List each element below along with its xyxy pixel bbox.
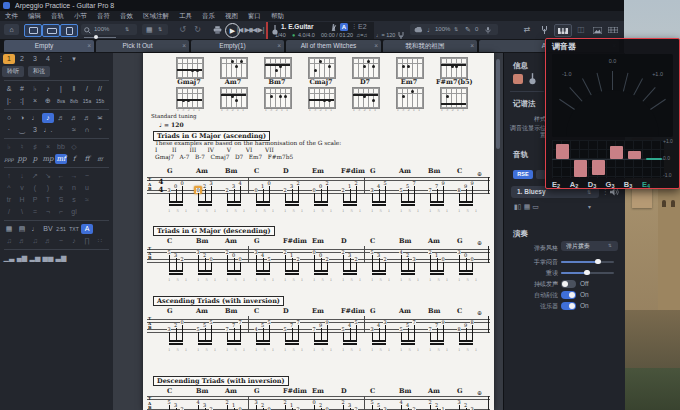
redo-button[interactable]: ↻ (191, 24, 204, 35)
palette-icon[interactable]: ‿ (16, 125, 28, 135)
tuning-fork-icon[interactable] (398, 32, 404, 39)
palette-icon[interactable]: S (55, 195, 67, 205)
palette-icon[interactable]: 2:51 (55, 224, 67, 234)
fret-number[interactable]: 3 (383, 407, 387, 410)
palette-icon[interactable]: ♪ (42, 84, 54, 94)
palette-icon[interactable]: ↗ (29, 171, 41, 181)
palette-icon[interactable]: ⋮ (55, 54, 67, 64)
slider-knob[interactable] (584, 270, 590, 276)
palette-icon[interactable]: s (68, 195, 80, 205)
mic-button[interactable]: 聆听 (2, 66, 24, 77)
fret-number[interactable]: 0 (267, 407, 271, 410)
palette-icon[interactable]: 2 (16, 54, 28, 64)
track-menu-dots[interactable]: ⋮ (351, 22, 357, 31)
palette-icon[interactable]: ↑ (3, 171, 15, 181)
palette-icon[interactable]: \ (16, 207, 28, 217)
string-label-G3[interactable]: G3 (602, 180, 618, 189)
fret-number[interactable]: 2 (209, 407, 213, 410)
string-label-E4[interactable]: E4 (638, 180, 654, 189)
menu-音乐[interactable]: 音乐 (197, 11, 220, 21)
menu-音效[interactable]: 音效 (115, 11, 138, 21)
string-label-A2[interactable]: A2 (566, 180, 582, 189)
menu-音轨[interactable]: 音轨 (46, 11, 69, 21)
palette-icon[interactable]: ▃▆ (55, 253, 67, 263)
palette-icon[interactable]: ) (42, 183, 54, 193)
palette-icon[interactable]: ♩ (29, 113, 41, 123)
transport-forward-button[interactable]: ▶▶ (243, 24, 256, 35)
palette-icon[interactable]: ◑ (16, 113, 28, 123)
fret-number[interactable]: 0 (238, 407, 242, 410)
palette-icon[interactable]: ∩ (81, 125, 93, 135)
palette-icon[interactable]: × (42, 142, 54, 152)
palette-icon[interactable]: pp (16, 154, 28, 164)
style-setting-label[interactable]: 样式 (504, 115, 546, 124)
palette-icon[interactable]: mf (55, 154, 67, 164)
palette-icon[interactable]: 15b (94, 96, 106, 106)
palette-icon[interactable]: ↘ (42, 171, 54, 181)
zoom-slider[interactable] (84, 37, 116, 38)
fret-number[interactable]: 1 (441, 407, 445, 410)
palette-icon[interactable] (55, 125, 67, 135)
toggle-弦乐器[interactable] (561, 302, 576, 310)
view-horizontal-button[interactable] (60, 24, 78, 37)
palette-icon[interactable]: ♬ (55, 113, 67, 123)
palette-icon[interactable]: :| (16, 96, 28, 106)
toggle-持续发声[interactable] (561, 280, 576, 288)
palette-icon[interactable]: ♫ (3, 236, 15, 246)
palette-icon[interactable]: ∷ (94, 236, 106, 246)
palette-icon[interactable]: × (29, 96, 41, 106)
play-style-select[interactable]: 弹片拨奏 ⇅ (561, 241, 618, 251)
palette-icon[interactable]: ♪ (42, 113, 54, 123)
palette-icon[interactable]: P (29, 195, 41, 205)
tempo-indicator[interactable]: ♩= 120 (376, 31, 395, 39)
track-instrument-icons[interactable]: ▮▯ ▦ ▭ (514, 203, 539, 211)
palette-icon[interactable]: ♬ (81, 113, 93, 123)
palette-icon[interactable]: ∏ (81, 236, 93, 246)
image-icon[interactable] (590, 24, 604, 35)
chord-button[interactable]: 和弦 (28, 66, 50, 77)
tab-我和我的祖国[interactable]: 我和我的祖国× (383, 40, 477, 52)
palette-icon[interactable]: ≈ (81, 195, 93, 205)
menu-区域注解[interactable]: 区域注解 (138, 11, 174, 21)
pencil-icon[interactable]: ✎ (465, 24, 471, 35)
tab-All of them Witches[interactable]: All of them Witches× (286, 40, 381, 52)
menu-小节[interactable]: 小节 (69, 11, 92, 21)
palette-icon[interactable]: ≍ (94, 113, 106, 123)
string-label-E2[interactable]: E2 (548, 180, 564, 189)
palette-icon[interactable]: ᵛ (94, 125, 106, 135)
palette-icon[interactable]: ▁▃ (3, 253, 15, 263)
tab-close-icon[interactable]: × (87, 40, 91, 52)
track-color-swatch[interactable] (513, 74, 523, 84)
palette-icon[interactable]: 4 (42, 54, 54, 64)
view-page-button[interactable] (24, 24, 42, 37)
scrollbar-thumb[interactable] (496, 59, 500, 149)
palette-icon[interactable]: ♬ (16, 236, 28, 246)
layout-group[interactable]: ▦ ⇅ (142, 24, 168, 35)
zoom-stepper[interactable]: ⇅ (125, 24, 129, 35)
palette-icon[interactable]: u (81, 183, 93, 193)
metronome-icon[interactable] (330, 24, 337, 31)
tab-Pick It Out[interactable]: Pick It Out× (96, 40, 189, 52)
speaker-icon[interactable] (610, 188, 619, 196)
palette-icon[interactable]: ♬ (68, 113, 80, 123)
string-label-D3[interactable]: D3 (584, 180, 600, 189)
layout-stepper[interactable]: ⇅ (158, 24, 162, 35)
tab-close-icon[interactable]: × (277, 40, 281, 52)
drumpad-icon[interactable]: ◫ (574, 24, 588, 35)
rse-badge[interactable]: RSE (513, 170, 533, 179)
undo-button[interactable]: ↺ (176, 24, 189, 35)
palette-icon[interactable]: ⊕ (42, 96, 54, 106)
score-scrollbar[interactable] (496, 55, 500, 408)
palette-icon[interactable]: ‖ (68, 84, 80, 94)
menu-文件[interactable]: 文件 (0, 11, 23, 21)
tab-close-icon[interactable]: × (470, 40, 474, 52)
palette-icon[interactable]: ▄▆ (16, 253, 28, 263)
palette-icon[interactable]: → (68, 171, 80, 181)
palette-icon[interactable]: f (68, 154, 80, 164)
string-label-B3[interactable]: B3 (620, 180, 636, 189)
palette-icon[interactable]: x (55, 183, 67, 193)
palette-icon[interactable]: ~ (55, 236, 67, 246)
palette-icon[interactable]: ▅▅ (42, 253, 54, 263)
palette-icon[interactable]: ◇ (68, 142, 80, 152)
tuner-panel[interactable]: 调音器 0.0 -1.0 +1.0 +1.0 0.0 -1.0 E2A2D3G3… (545, 38, 680, 189)
